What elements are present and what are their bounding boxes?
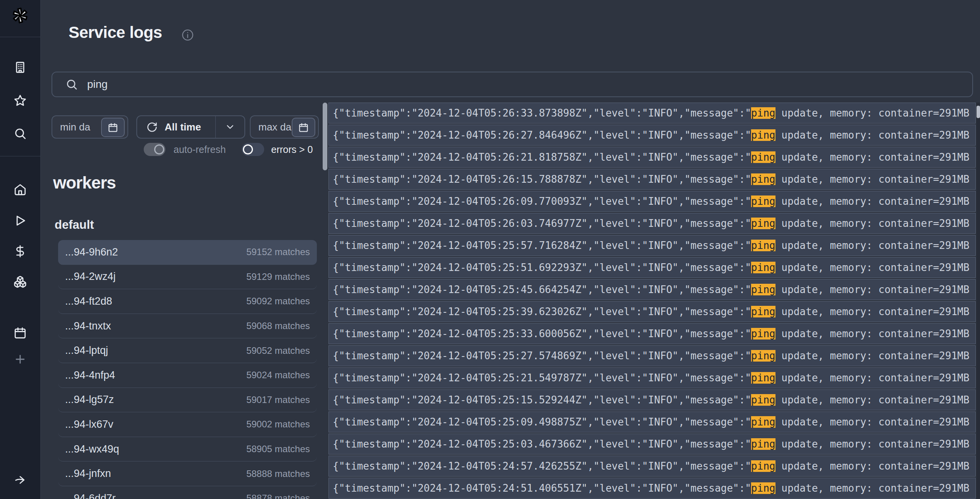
log-search-box <box>52 72 973 97</box>
log-text: {"timestamp":"2024-12-04T05:26:21.818758… <box>333 151 751 163</box>
worker-row[interactable]: ...94-6dd7r 58878 matches <box>58 486 317 499</box>
toggle-knob <box>243 144 253 154</box>
worker-name: ...94-6dd7r <box>65 492 116 499</box>
auto-refresh-toggle[interactable] <box>144 143 165 156</box>
min-date-calendar-button[interactable] <box>101 118 125 137</box>
runs-play-icon[interactable] <box>14 214 27 227</box>
log-scrollbar-thumb[interactable] <box>977 106 980 118</box>
calendar-icon <box>108 122 118 133</box>
log-highlighted-match: ping <box>751 262 775 273</box>
log-text: update, memory: container=291MB <box>775 350 970 362</box>
worker-group-title: default <box>55 218 94 232</box>
time-range-dropdown-button[interactable] <box>216 116 244 138</box>
worker-panel-scrollbar-thumb[interactable] <box>323 103 327 170</box>
sidebar-divider <box>0 37 41 37</box>
log-highlighted-match: ping <box>751 372 775 384</box>
log-text: update, memory: container=291MB <box>775 107 970 119</box>
worker-row[interactable]: ...94-lx67v 59002 matches <box>58 412 317 437</box>
log-highlighted-match: ping <box>751 151 775 163</box>
worker-name: ...94-lptqj <box>65 345 108 357</box>
worker-row[interactable]: ...94-ft2d8 59092 matches <box>58 289 317 314</box>
search-input[interactable] <box>87 78 965 91</box>
log-text: {"timestamp":"2024-12-04T05:26:27.846496… <box>333 129 751 141</box>
log-row: {"timestamp":"2024-12-04T05:24:57.426255… <box>328 456 976 477</box>
log-row: {"timestamp":"2024-12-04T05:25:39.623026… <box>328 301 976 322</box>
windmill-logo-icon[interactable] <box>12 7 29 24</box>
sidebar <box>0 0 41 499</box>
log-text: update, memory: container=291MB <box>775 438 970 450</box>
log-highlighted-match: ping <box>751 394 775 406</box>
worker-row[interactable]: ...94-9h6n2 59152 matches <box>58 240 317 265</box>
favorites-star-icon[interactable] <box>14 94 27 107</box>
worker-row[interactable]: ...94-4nfp4 59024 matches <box>58 363 317 388</box>
workers-section-title: workers <box>53 173 116 192</box>
toggle-knob <box>154 144 164 154</box>
log-highlighted-match: ping <box>751 482 775 494</box>
min-date-field <box>52 115 128 139</box>
max-date-calendar-button[interactable] <box>292 118 315 137</box>
chevron-down-icon <box>225 122 236 132</box>
log-text: update, memory: container=291MB <box>775 416 970 428</box>
add-plus-icon[interactable] <box>14 353 27 366</box>
log-text: update, memory: container=291MB <box>775 262 970 273</box>
log-scrollbar-track[interactable] <box>977 103 980 499</box>
search-icon[interactable] <box>14 127 27 140</box>
log-highlighted-match: ping <box>751 240 775 251</box>
worker-match-count: 59152 matches <box>246 247 310 257</box>
schedules-calendar-icon[interactable] <box>14 326 27 340</box>
expand-sidebar-arrow-icon[interactable] <box>14 473 27 486</box>
log-row: {"timestamp":"2024-12-04T05:25:51.692293… <box>328 257 976 278</box>
worker-name: ...94-lg57z <box>65 394 114 406</box>
resources-boxes-icon[interactable] <box>14 275 27 288</box>
log-text: {"timestamp":"2024-12-04T05:25:39.623026… <box>333 306 751 317</box>
worker-match-count: 59068 matches <box>246 321 310 331</box>
log-row: {"timestamp":"2024-12-04T05:25:27.574869… <box>328 345 976 366</box>
info-icon[interactable] <box>181 29 194 41</box>
log-text: update, memory: container=291MB <box>775 372 970 384</box>
worker-match-count: 58888 matches <box>246 468 310 479</box>
log-text: {"timestamp":"2024-12-04T05:25:51.692293… <box>333 262 751 273</box>
usage-dollar-icon[interactable] <box>14 245 27 258</box>
log-row: {"timestamp":"2024-12-04T05:25:15.529244… <box>328 389 976 410</box>
log-row: {"timestamp":"2024-12-04T05:25:33.600056… <box>328 323 976 344</box>
worker-name: ...94-4nfp4 <box>65 369 115 381</box>
log-text: {"timestamp":"2024-12-04T05:26:15.788878… <box>333 173 751 185</box>
log-row: {"timestamp":"2024-12-04T05:25:57.716284… <box>328 235 976 256</box>
log-highlighted-match: ping <box>751 328 775 340</box>
log-row: {"timestamp":"2024-12-04T05:26:21.818758… <box>328 147 976 168</box>
log-text: update, memory: container=291MB <box>775 284 970 295</box>
log-highlighted-match: ping <box>751 129 775 141</box>
time-range-refresh-button[interactable]: All time <box>137 116 215 138</box>
log-row: {"timestamp":"2024-12-04T05:26:09.770093… <box>328 191 976 212</box>
log-highlighted-match: ping <box>751 306 775 317</box>
log-text: update, memory: container=291MB <box>775 328 970 340</box>
errors-filter-toggle[interactable] <box>242 143 264 156</box>
log-text: {"timestamp":"2024-12-04T05:25:45.664254… <box>333 284 751 295</box>
log-text: {"timestamp":"2024-12-04T05:24:51.406551… <box>333 482 751 494</box>
workspace-building-icon[interactable] <box>14 61 27 74</box>
worker-row[interactable]: ...94-jnfxn 58888 matches <box>58 461 317 486</box>
log-text: {"timestamp":"2024-12-04T05:25:57.716284… <box>333 240 751 251</box>
worker-name: ...94-2wz4j <box>65 271 116 283</box>
worker-row[interactable]: ...94-wx49q 58905 matches <box>58 437 317 462</box>
worker-row[interactable]: ...94-tnxtx 59068 matches <box>58 314 317 339</box>
log-text: {"timestamp":"2024-12-04T05:25:09.498875… <box>333 416 751 428</box>
log-highlighted-match: ping <box>751 195 775 207</box>
log-highlighted-match: ping <box>751 173 775 185</box>
errors-filter-label: errors > 0 <box>271 144 313 155</box>
log-highlighted-match: ping <box>751 107 775 119</box>
log-text: {"timestamp":"2024-12-04T05:24:57.426255… <box>333 460 751 472</box>
home-icon[interactable] <box>14 183 27 196</box>
worker-row[interactable]: ...94-lg57z 59017 matches <box>58 388 317 413</box>
time-range-control: All time <box>136 115 245 139</box>
worker-match-count: 58905 matches <box>246 444 310 454</box>
worker-row[interactable]: ...94-2wz4j 59129 matches <box>58 265 317 290</box>
worker-match-count: 59129 matches <box>246 271 310 282</box>
worker-row[interactable]: ...94-lptqj 59052 matches <box>58 338 317 363</box>
page-title: Service logs <box>69 23 162 42</box>
log-text: {"timestamp":"2024-12-04T05:25:27.574869… <box>333 350 751 362</box>
log-text: {"timestamp":"2024-12-04T05:26:33.873898… <box>333 107 751 119</box>
worker-match-count: 59052 matches <box>246 345 310 356</box>
log-row: {"timestamp":"2024-12-04T05:26:03.746977… <box>328 213 976 234</box>
log-text: update, memory: container=291MB <box>775 195 970 207</box>
